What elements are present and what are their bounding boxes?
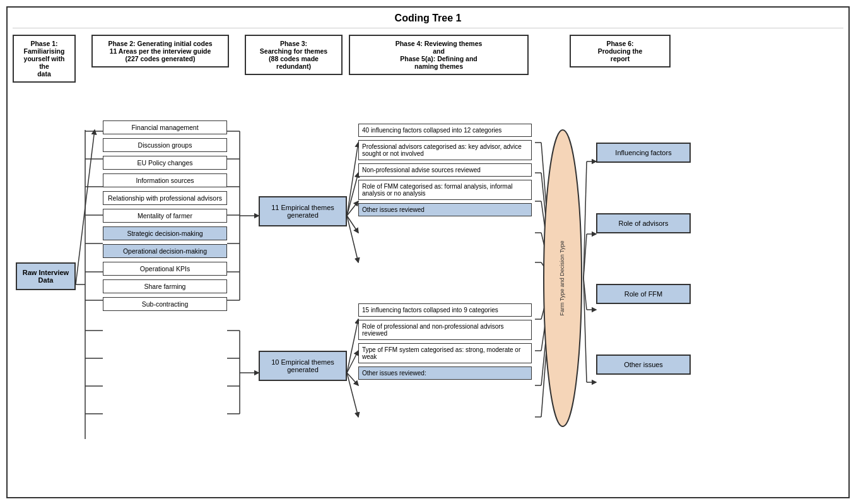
svg-line-31 xyxy=(347,201,358,216)
phase2-label: Phase 2: Generating initial codes11 Area… xyxy=(91,35,229,67)
phase4-label: Phase 4: Reviewing themesandPhase 5(a): … xyxy=(349,35,529,75)
phase6-label: Phase 6:Producing thereport xyxy=(570,35,671,67)
categories-list: Financial management Discussion groups E… xyxy=(103,120,227,311)
phase4-upper-1: Professional advisors categorised as: ke… xyxy=(358,140,532,160)
phase4-upper-list: 40 influencing factors collapsed into 12… xyxy=(358,124,532,216)
category-subcontracting: Sub-contracting xyxy=(103,297,227,311)
phase6-list: Influencing factors Role of advisors Rol… xyxy=(596,143,691,375)
category-share: Share farming xyxy=(103,279,227,293)
category-operational-kpi: Operational KPIs xyxy=(103,262,227,276)
svg-line-34 xyxy=(347,319,358,373)
phase6-ffm: Role of FFM xyxy=(596,284,691,304)
phase4-lower-0: 15 influencing factors collapsed into 9 … xyxy=(358,303,532,317)
svg-line-35 xyxy=(347,351,358,373)
svg-line-32 xyxy=(347,216,358,233)
empirical2-label: 10 Empirical themes generated xyxy=(259,351,347,381)
phase3-label: Phase 3:Searching for themes(88 codes ma… xyxy=(245,35,343,75)
ellipse-svg: Farm Type and Decision Type xyxy=(539,120,587,436)
phase4-lower-3: Other issues reviewed: xyxy=(358,366,532,380)
ellipse-container: Farm Type and Decision Type xyxy=(539,120,587,436)
phase4-lower-2: Type of FFM system categorised as: stron… xyxy=(358,343,532,363)
svg-line-33 xyxy=(347,216,358,262)
category-relationship: Relationship with professional advisors xyxy=(103,191,227,205)
empirical2-box: 10 Empirical themes generated xyxy=(259,351,347,381)
svg-line-30 xyxy=(347,173,358,216)
raw-data-label: Raw Interview Data xyxy=(16,262,76,290)
phase1-header: Phase 1:Familiarisingyourself with theda… xyxy=(13,35,76,83)
svg-line-36 xyxy=(347,373,358,385)
svg-line-37 xyxy=(347,373,358,417)
phase1-label: Phase 1:Familiarisingyourself with theda… xyxy=(13,35,76,83)
category-discussion: Discussion groups xyxy=(103,138,227,152)
main-container: Coding Tree 1 Phase 1:Familiarisingyours… xyxy=(6,6,850,498)
raw-interview-data-box: Raw Interview Data xyxy=(16,262,76,290)
phase6-header: Phase 6:Producing thereport xyxy=(570,35,671,83)
category-info-sources: Information sources xyxy=(103,173,227,187)
phase4-upper-2: Non-professional advise sources reviewed xyxy=(358,163,532,177)
phase-headers-row: Phase 1:Familiarisingyourself with theda… xyxy=(13,35,843,83)
phase2-header: Phase 2: Generating initial codes11 Area… xyxy=(91,35,229,83)
category-strategic: Strategic decision-making xyxy=(103,226,227,240)
phase6-advisors: Role of advisors xyxy=(596,213,691,233)
phase4-lower-list: 15 influencing factors collapsed into 9 … xyxy=(358,303,532,380)
svg-text:Farm Type and Decision Type: Farm Type and Decision Type xyxy=(559,240,565,315)
empirical1-label: 11 Empirical themes generated xyxy=(259,196,347,226)
phase6-other: Other issues xyxy=(596,355,691,375)
phase3-header: Phase 3:Searching for themes(88 codes ma… xyxy=(245,35,343,83)
category-operational-dm: Operational decision-making xyxy=(103,244,227,258)
phase4-upper-3: Role of FMM categorised as: formal analy… xyxy=(358,180,532,200)
page-title: Coding Tree 1 xyxy=(13,13,843,28)
phase6-influencing: Influencing factors xyxy=(596,143,691,163)
empirical1-box: 11 Empirical themes generated xyxy=(259,196,347,226)
category-financial: Financial management xyxy=(103,120,227,134)
phase4-lower-1: Role of professional and non-professiona… xyxy=(358,320,532,340)
phase4-upper-4: Other issues reviewed xyxy=(358,203,532,216)
svg-line-29 xyxy=(347,143,358,216)
phase4-header: Phase 4: Reviewing themesandPhase 5(a): … xyxy=(349,35,529,83)
svg-line-0 xyxy=(76,130,95,284)
category-mentality: Mentality of farmer xyxy=(103,209,227,223)
phase4-upper-0: 40 influencing factors collapsed into 12… xyxy=(358,124,532,137)
category-eu-policy: EU Policy changes xyxy=(103,156,227,170)
content-area: Raw Interview Data Financial management … xyxy=(13,86,843,483)
